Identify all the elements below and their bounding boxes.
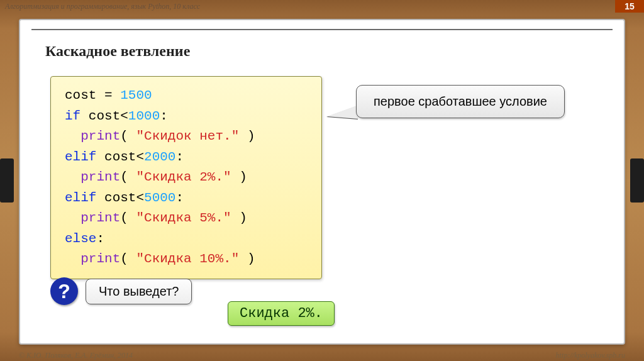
header-bar: Алгоритмизация и программирование, язык …	[0, 0, 644, 13]
footer-copyright: © К.Ю. Поляков, Е.А. Ерёмин, 2014	[19, 351, 133, 360]
code-block: cost = 1500 if cost<1000: print( "Скидок…	[50, 76, 322, 279]
page-number-badge: 15	[615, 0, 644, 13]
question-mark-icon: ?	[50, 277, 78, 305]
binder-bracket-right	[630, 158, 644, 203]
slide-title: Каскадное ветвление	[45, 43, 599, 60]
footer-bar: © К.Ю. Поляков, Е.А. Ерёмин, 2014 http:/…	[0, 350, 644, 361]
binder-bracket-left	[0, 158, 14, 203]
callout-box: первое сработавшее условие	[356, 85, 565, 118]
question-box: Что выведет?	[86, 279, 192, 304]
answer-box: Скидка 2%.	[228, 301, 335, 326]
breadcrumb: Алгоритмизация и программирование, язык …	[5, 2, 200, 11]
footer-url: http://kpolyakov.spb.ru	[556, 351, 625, 360]
callout-tail-icon	[327, 105, 358, 119]
question-row: ? Что выведет?	[50, 277, 192, 305]
slide-card: Каскадное ветвление cost = 1500 if cost<…	[19, 19, 625, 345]
